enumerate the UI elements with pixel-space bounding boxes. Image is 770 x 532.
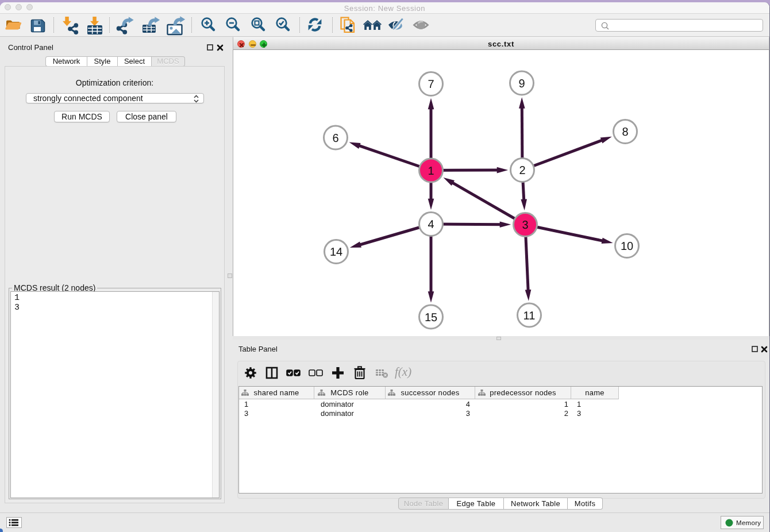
- svg-text:10: 10: [621, 240, 633, 253]
- svg-text:15: 15: [425, 311, 437, 324]
- svg-text:2: 2: [519, 164, 525, 177]
- svg-text:11: 11: [523, 310, 536, 322]
- svg-text:14: 14: [330, 246, 342, 259]
- svg-text:3: 3: [522, 219, 528, 232]
- svg-text:4: 4: [428, 218, 434, 231]
- svg-text:1: 1: [428, 165, 434, 178]
- svg-text:7: 7: [428, 78, 434, 91]
- svg-text:9: 9: [518, 78, 525, 90]
- svg-text:6: 6: [332, 132, 338, 145]
- svg-text:8: 8: [622, 126, 628, 138]
